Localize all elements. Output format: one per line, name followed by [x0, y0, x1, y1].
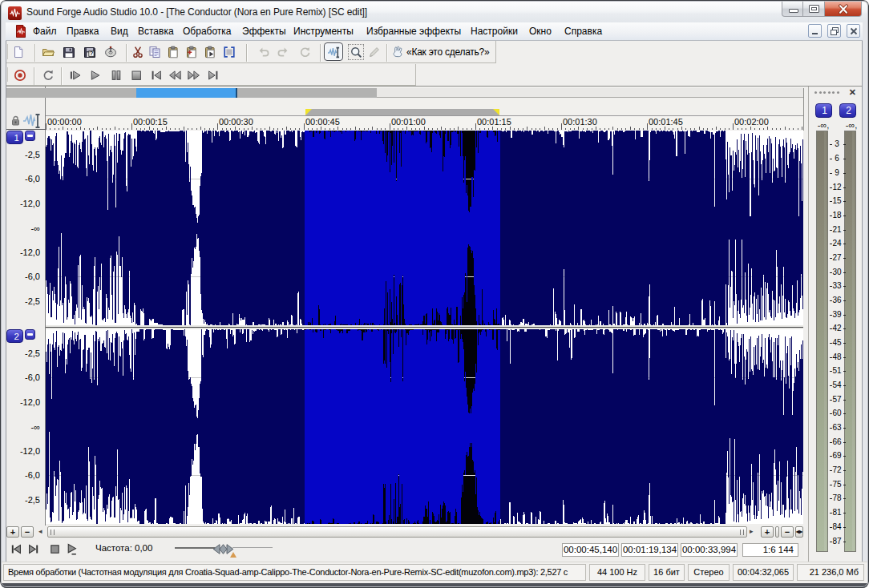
- svg-text:?: ?: [90, 50, 94, 57]
